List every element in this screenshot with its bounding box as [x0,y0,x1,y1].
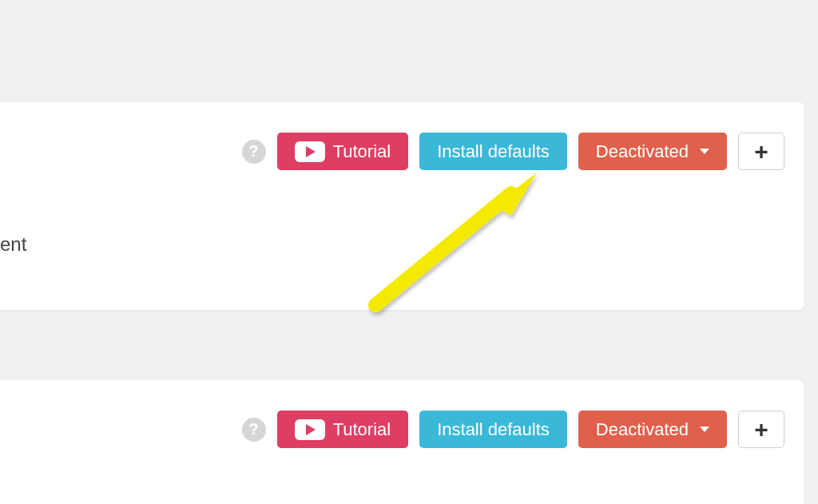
help-icon[interactable]: ? [242,418,266,442]
install-defaults-button[interactable]: Install defaults [419,133,567,170]
install-defaults-button[interactable]: Install defaults [419,411,567,448]
settings-panel: ? Tutorial Install defaults Deactivated … [0,102,804,310]
truncated-line-2: ntent [0,230,26,259]
panel-toolbar: ? Tutorial Install defaults Deactivated … [242,133,784,170]
add-button[interactable]: + [738,411,784,448]
help-icon[interactable]: ? [242,140,266,164]
play-icon [295,141,325,162]
plus-icon: + [754,138,768,165]
play-icon [295,419,325,440]
caret-down-icon [700,427,709,432]
panel-toolbar: ? Tutorial Install defaults Deactivated … [242,411,784,448]
status-dropdown[interactable]: Deactivated [578,411,727,448]
plus-icon: + [754,416,768,443]
truncated-description: n ntent [0,196,26,259]
tutorial-button[interactable]: Tutorial [277,133,409,170]
add-button[interactable]: + [738,133,784,170]
tutorial-label: Tutorial [333,141,391,162]
tutorial-button[interactable]: Tutorial [277,411,409,448]
settings-panel: ? Tutorial Install defaults Deactivated … [0,380,804,504]
truncated-line-1: n [0,196,26,225]
status-dropdown[interactable]: Deactivated [578,133,727,170]
status-label: Deactivated [596,419,689,440]
tutorial-label: Tutorial [333,419,391,440]
install-defaults-label: Install defaults [437,419,550,440]
install-defaults-label: Install defaults [437,141,550,162]
caret-down-icon [700,149,709,154]
status-label: Deactivated [596,141,689,162]
